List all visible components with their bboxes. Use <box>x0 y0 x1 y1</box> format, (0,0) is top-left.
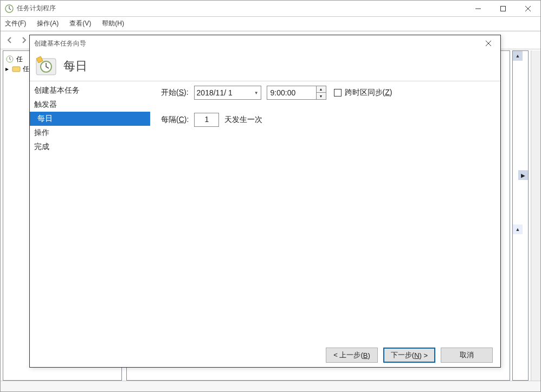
tree-expand-icon[interactable]: ▸ <box>5 65 12 73</box>
sync-timezones-label: 跨时区同步(Z) <box>345 88 392 98</box>
wizard-titlebar: 创建基本任务向导 <box>30 35 500 52</box>
recur-days-input[interactable]: 1 <box>194 113 219 127</box>
outer-statusbar <box>1 381 540 391</box>
minimize-button[interactable] <box>466 1 491 17</box>
wizard-daily-page: 开始(S): 2018/11/ 1 ▼ 9:00:00 ▲ ▼ 跨时区同步(Z) <box>150 81 500 343</box>
cancel-button[interactable]: 取消 <box>441 348 493 363</box>
actions-scroll-up[interactable]: ▲ <box>513 51 523 61</box>
start-time-picker[interactable]: 9:00:00 ▲ ▼ <box>267 86 326 100</box>
start-date-picker[interactable]: 2018/11/ 1 ▼ <box>194 86 261 100</box>
nav-step-trigger[interactable]: 触发器 <box>30 98 150 112</box>
start-label: 开始(S): <box>161 88 189 98</box>
minimize-icon <box>475 6 481 11</box>
chevron-down-icon: ▼ <box>254 91 259 95</box>
nav-step-action[interactable]: 操作 <box>30 126 150 140</box>
menu-help[interactable]: 帮助(H) <box>102 19 124 28</box>
toolbar-back-button[interactable] <box>4 34 16 46</box>
wizard-title: 创建基本任务向导 <box>34 39 481 48</box>
start-time-value: 9:00:00 <box>267 88 316 97</box>
wizard-close-button[interactable] <box>481 37 496 49</box>
outer-scrollbar[interactable] <box>531 50 540 381</box>
time-spin-down[interactable]: ▼ <box>317 93 326 99</box>
tree-root-label: 任 <box>16 55 23 64</box>
maximize-icon <box>500 6 506 11</box>
time-spinner: ▲ ▼ <box>316 86 326 99</box>
next-button[interactable]: 下一步(N) > <box>383 348 435 363</box>
outer-title-text: 任务计划程序 <box>17 4 466 13</box>
wizard-header-icon <box>35 55 57 77</box>
wizard-header-title: 每日 <box>63 58 87 74</box>
svg-rect-3 <box>12 67 20 72</box>
close-button[interactable] <box>516 1 540 17</box>
close-icon <box>486 41 491 46</box>
outer-menubar: 文件(F) 操作(A) 查看(V) 帮助(H) <box>1 17 540 31</box>
actions-scroll-up2[interactable]: ▲ <box>513 224 523 234</box>
time-spin-up[interactable]: ▲ <box>317 86 326 93</box>
tree-library-label: 任 <box>23 65 29 74</box>
folder-icon <box>12 65 21 73</box>
window-controls <box>466 1 540 16</box>
wizard-header: 每日 <box>30 52 500 81</box>
toolbar-forward-button[interactable] <box>18 34 30 46</box>
start-date-value: 2018/11/ 1 <box>197 88 233 97</box>
nav-step-finish[interactable]: 完成 <box>30 140 150 154</box>
clock-icon <box>5 55 14 63</box>
create-basic-task-wizard: 创建基本任务向导 每日 创建基本任务 触发器 每日 操作 完成 开始(S): <box>29 35 501 368</box>
sync-timezones-checkbox[interactable] <box>334 89 342 97</box>
menu-view[interactable]: 查看(V) <box>69 19 91 28</box>
wizard-body: 创建基本任务 触发器 每日 操作 完成 开始(S): 2018/11/ 1 ▼ … <box>30 81 500 343</box>
actions-pane: ▲ ▶ ▲ <box>512 50 529 381</box>
actions-scroll-right[interactable]: ▶ <box>518 170 528 180</box>
recur-label: 每隔(C): <box>161 115 189 125</box>
recur-suffix: 天发生一次 <box>224 115 262 125</box>
arrow-left-icon <box>5 36 14 44</box>
menu-file[interactable]: 文件(F) <box>5 19 26 28</box>
svg-rect-1 <box>501 7 506 11</box>
clock-icon <box>5 4 14 13</box>
recur-row: 每隔(C): 1 天发生一次 <box>161 113 494 127</box>
arrow-right-icon <box>20 36 28 44</box>
maximize-button[interactable] <box>491 1 516 17</box>
back-button[interactable]: < 上一步(B) <box>326 348 378 363</box>
nav-step-daily[interactable]: 每日 <box>30 112 150 126</box>
nav-step-create[interactable]: 创建基本任务 <box>30 83 150 98</box>
start-row: 开始(S): 2018/11/ 1 ▼ 9:00:00 ▲ ▼ 跨时区同步(Z) <box>161 86 494 100</box>
menu-action[interactable]: 操作(A) <box>37 19 59 28</box>
wizard-nav: 创建基本任务 触发器 每日 操作 完成 <box>30 81 150 343</box>
outer-titlebar: 任务计划程序 <box>1 1 540 17</box>
wizard-footer: < 上一步(B) 下一步(N) > 取消 <box>30 343 500 367</box>
close-icon <box>525 6 531 11</box>
